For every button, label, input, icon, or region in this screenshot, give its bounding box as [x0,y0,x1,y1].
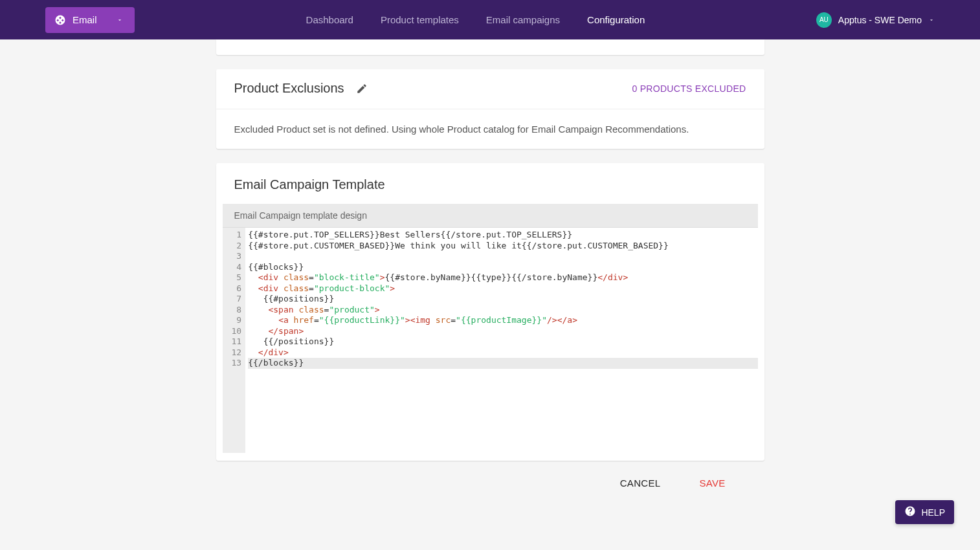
nav-configuration[interactable]: Configuration [587,14,645,25]
nav-dashboard[interactable]: Dashboard [306,14,353,25]
card-title: Product Exclusions [234,81,344,96]
main-nav: Dashboard Product templates Email campai… [306,14,645,25]
help-label: HELP [921,507,945,518]
editor-gutter: 12345678910111213 [223,228,246,453]
card-title: Email Campaign Template [234,177,385,192]
chevron-down-icon [928,14,935,26]
card-header: Product Exclusions 0 PRODUCTS EXCLUDED [216,69,764,109]
topbar: Email Dashboard Product templates Email … [0,0,980,39]
app-logo-icon [54,14,66,26]
help-button[interactable]: HELP [895,500,954,524]
previous-card-stub [216,39,764,55]
form-actions: CANCEL SAVE [216,475,764,489]
email-template-card: Email Campaign Template Email Campaign t… [216,163,764,461]
product-exclusions-card: Product Exclusions 0 PRODUCTS EXCLUDED E… [216,69,764,149]
app-switcher-label: Email [72,14,110,25]
avatar: AU [816,12,832,28]
save-button[interactable]: SAVE [699,478,725,489]
editor-code-area[interactable]: {{#store.put.TOP_SELLERS}}Best Sellers{{… [245,228,757,453]
chevron-down-icon [117,14,123,26]
nav-email-campaigns[interactable]: Email campaigns [486,14,560,25]
card-body: Excluded Product set is not defined. Usi… [216,109,764,149]
nav-product-templates[interactable]: Product templates [381,14,459,25]
page-column: Product Exclusions 0 PRODUCTS EXCLUDED E… [216,39,764,489]
user-display-name: Apptus - SWE Demo [838,15,922,25]
app-switcher-dropdown[interactable]: Email [45,7,135,33]
user-menu[interactable]: AU Apptus - SWE Demo [816,12,935,28]
cancel-button[interactable]: CANCEL [620,478,661,489]
exclusions-body-text: Excluded Product set is not defined. Usi… [234,124,689,135]
excluded-count: 0 PRODUCTS EXCLUDED [632,83,746,94]
code-editor[interactable]: 12345678910111213 {{#store.put.TOP_SELLE… [223,228,758,453]
card-header: Email Campaign Template [216,163,764,204]
editor-caption: Email Campaign template design [223,204,758,228]
editor-wrap: Email Campaign template design 123456789… [216,204,764,461]
edit-icon[interactable] [356,83,368,94]
help-icon [904,505,916,519]
